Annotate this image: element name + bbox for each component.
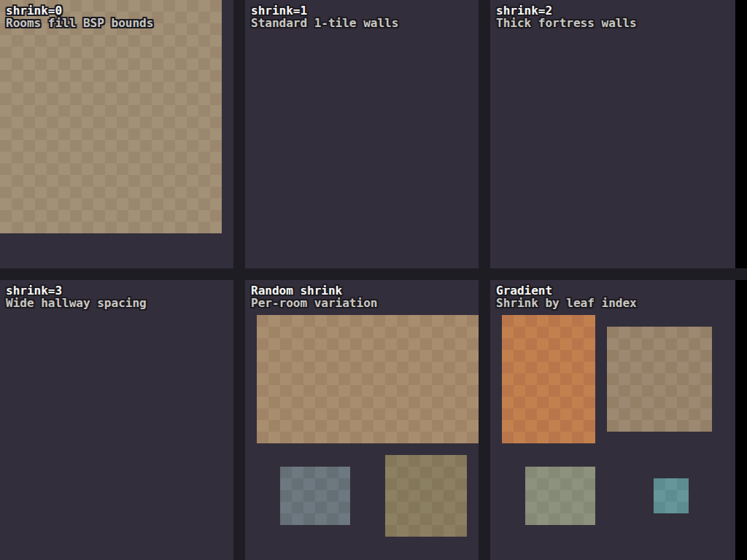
panel-caption: Gradient Shrink by leaf index — [496, 284, 637, 309]
panel-random-shrink: Random shrink Per-room variation — [245, 280, 479, 560]
room-canvas — [0, 0, 233, 268]
panel-shrink-2: shrink=2 Thick fortress walls — [490, 0, 735, 268]
room-rect — [280, 467, 350, 525]
panel-gradient: Gradient Shrink by leaf index — [490, 280, 735, 560]
room-rect — [385, 455, 467, 537]
room-rect — [502, 315, 595, 443]
right-letterbox-top — [735, 0, 747, 268]
bsp-shrink-comparison-grid: shrink=0 Rooms fill BSP bounds shrink=1 … — [0, 0, 747, 560]
panel-shrink-3: shrink=3 Wide hallway spacing — [0, 280, 233, 560]
panel-shrink-1: shrink=1 Standard 1-tile walls — [245, 0, 479, 268]
panel-title: Gradient — [496, 284, 637, 297]
panel-subtitle: Standard 1-tile walls — [251, 17, 398, 29]
panel-title: shrink=0 — [6, 4, 153, 17]
room-rect — [257, 315, 479, 443]
panel-caption: shrink=1 Standard 1-tile walls — [251, 4, 398, 29]
panel-subtitle: Thick fortress walls — [496, 17, 637, 29]
panel-caption: shrink=3 Wide hallway spacing — [6, 284, 147, 309]
room-rect — [525, 467, 595, 525]
panel-title: shrink=2 — [496, 4, 637, 17]
right-letterbox-bottom — [735, 280, 747, 560]
room-canvas — [245, 0, 479, 268]
panel-subtitle: Rooms fill BSP bounds — [6, 17, 153, 29]
panel-caption: Random shrink Per-room variation — [251, 284, 377, 309]
room-rect — [607, 327, 712, 432]
panel-subtitle: Per-room variation — [251, 297, 377, 309]
room-canvas — [490, 280, 735, 560]
room-canvas — [490, 0, 735, 268]
room-rect — [0, 0, 222, 233]
panel-title: Random shrink — [251, 284, 377, 297]
panel-shrink-0: shrink=0 Rooms fill BSP bounds — [0, 0, 233, 268]
panel-subtitle: Shrink by leaf index — [496, 297, 637, 309]
panel-subtitle: Wide hallway spacing — [6, 297, 147, 309]
room-canvas — [0, 280, 233, 560]
panel-caption: shrink=2 Thick fortress walls — [496, 4, 637, 29]
panel-caption: shrink=0 Rooms fill BSP bounds — [6, 4, 153, 29]
panel-title: shrink=1 — [251, 4, 398, 17]
panel-title: shrink=3 — [6, 284, 147, 297]
room-canvas — [245, 280, 479, 560]
room-rect — [654, 478, 689, 513]
